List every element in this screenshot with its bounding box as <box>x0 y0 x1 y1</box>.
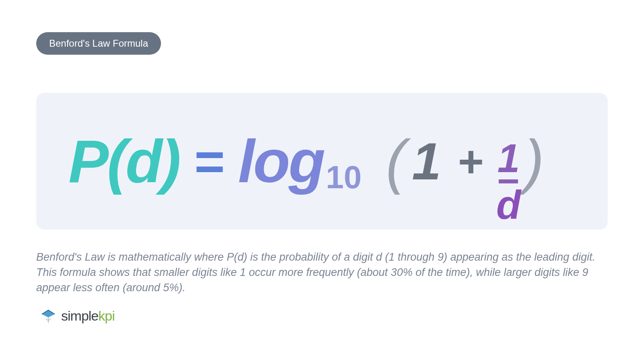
formula-one: 1 <box>412 131 441 191</box>
title-text: Benford's Law Formula <box>49 38 148 49</box>
title-pill: Benford's Law Formula <box>36 32 161 55</box>
logo-kpi: kpi <box>98 308 114 323</box>
formula-equals: = <box>194 131 224 191</box>
logo-icon <box>40 308 56 324</box>
page-container: Benford's Law Formula P(d) = log 10 ( 1 … <box>0 0 644 362</box>
formula-box: P(d) = log 10 ( 1 + 1 d ) <box>36 93 608 230</box>
formula-log-subscript: 10 <box>326 159 361 196</box>
description-text: Benford's Law is mathematically where P(… <box>36 250 608 295</box>
formula-log: log <box>238 127 324 196</box>
formula-plus: + <box>457 136 483 187</box>
formula-close-paren: ) <box>524 127 544 196</box>
brand-logo: simplekpi <box>40 308 115 324</box>
formula: P(d) = log 10 ( 1 + 1 d ) <box>68 120 544 203</box>
logo-text: simplekpi <box>61 308 115 324</box>
logo-simple: simple <box>61 308 98 323</box>
formula-fraction: 1 d <box>496 140 521 223</box>
formula-open-paren: ( <box>386 127 406 196</box>
fraction-numerator: 1 <box>497 140 520 176</box>
fraction-denominator: d <box>496 187 521 223</box>
formula-pd: P(d) <box>68 127 180 196</box>
